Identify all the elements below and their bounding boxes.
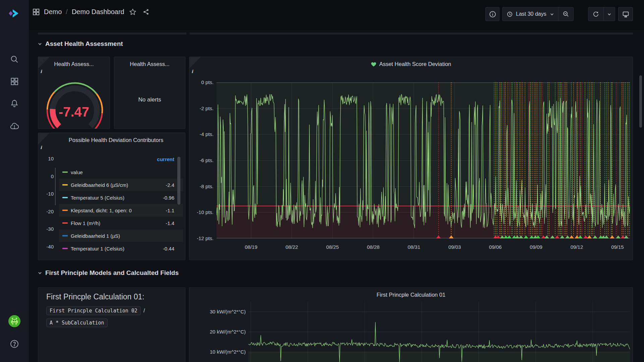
y-tick-label: 0 pts. — [189, 79, 214, 86]
panel-title[interactable]: Asset Health Score Deviation — [201, 61, 621, 67]
series-color-swatch — [62, 171, 68, 173]
series-current-value: -2.4 — [166, 182, 174, 188]
share-icon[interactable] — [142, 8, 150, 15]
series-current-value: -1.4 — [166, 220, 174, 226]
panel-health-contributors[interactable]: i Possible Health Deviation Contributors… — [38, 133, 185, 260]
series-color-swatch — [62, 222, 68, 224]
panel-asset-health-deviation[interactable]: i Asset Health Score Deviation 0 pts.-2 … — [189, 57, 633, 260]
panel-title[interactable]: Health Assess... — [126, 61, 174, 67]
help-icon[interactable] — [0, 337, 29, 351]
legend-row[interactable]: value — [59, 166, 183, 178]
series-label: value — [71, 169, 83, 175]
breadcrumb-section[interactable]: Demo — [44, 8, 62, 16]
top-nav-bar: Demo / Demo Dashboard Last 30 days — [29, 0, 644, 30]
scrolled-panel-edge — [189, 32, 633, 35]
panel-health-alerts[interactable]: Health Assess... No alerts — [114, 57, 185, 129]
grafana-logo[interactable] — [0, 6, 29, 21]
grafana-app: Demo / Demo Dashboard Last 30 days — [0, 0, 644, 362]
legend-scrollbar[interactable] — [177, 157, 180, 205]
series-label: Klepstand, dicht: 1, open: 0 — [71, 208, 132, 213]
dashboards-grid-icon[interactable] — [32, 8, 40, 16]
panel-health-gauge[interactable]: i Health Assess... -7.47 — [38, 57, 110, 129]
formula-denominator-chip: A * SubCalculation — [46, 318, 108, 327]
y-tick-label: -4 pts. — [189, 131, 214, 138]
series-label: Flow 1 (m³/h) — [71, 220, 100, 226]
dashboards-icon[interactable] — [0, 74, 29, 89]
legend-row[interactable]: Temperatuur 1 (Celsius)-0.44 — [59, 242, 183, 255]
y-tick-label: -8 pts. — [189, 183, 214, 190]
series-current-value: -0.96 — [163, 195, 174, 201]
user-avatar[interactable] — [0, 314, 29, 329]
series-label: Temperatuur 5 (Celsius) — [71, 195, 124, 201]
alerts-message: No alerts — [114, 96, 185, 103]
x-tick-label: 09/12 — [564, 244, 590, 250]
legend-row[interactable]: Klepstand, dicht: 1, open: 0-1.1 — [59, 204, 183, 217]
gauge-value: -7.47 — [38, 104, 110, 120]
row-title: First Principle Models and Calcualted Fi… — [45, 269, 179, 277]
refresh-interval-dropdown[interactable] — [603, 7, 615, 21]
legend-row[interactable]: Geleidbaarheid 1 (µS) — [59, 229, 183, 242]
series-color-swatch — [62, 184, 68, 186]
legend-row[interactable]: Geleidbaarheid 6 (µS/cm)-2.4 — [59, 178, 183, 191]
cloud-alert-icon[interactable] — [0, 119, 29, 134]
panel-title-text: Asset Health Score Deviation — [379, 61, 451, 67]
dashboard-info-button[interactable] — [485, 7, 500, 21]
zoom-out-button[interactable] — [558, 7, 573, 21]
scrolled-panel-edge — [38, 32, 186, 35]
y-tick-label: 20 kW/(m^2*°C) — [189, 329, 246, 335]
panel-calc-formula[interactable]: First Princple Calculation 01: First Pri… — [38, 287, 185, 362]
kiosk-tv-button[interactable] — [618, 7, 633, 21]
row-header-first-principle[interactable]: First Principle Models and Calcualted Fi… — [38, 269, 179, 277]
panel-title[interactable]: First Princple Calculation 01 — [201, 292, 621, 298]
series-label: Geleidbaarheid 1 (µS) — [71, 233, 120, 239]
favorite-star-icon[interactable] — [129, 8, 136, 16]
page-scrollbar-thumb[interactable] — [639, 75, 642, 128]
panel-info-corner[interactable]: i — [189, 57, 201, 68]
x-tick-label: 08/22 — [278, 244, 305, 250]
sidebar-nav — [0, 0, 29, 362]
chevron-down-icon — [38, 271, 42, 275]
search-icon[interactable] — [0, 52, 29, 67]
series-legend: valueGeleidbaarheid 6 (µS/cm)-2.4Tempera… — [59, 166, 183, 255]
time-range-picker[interactable]: Last 30 days — [503, 7, 558, 21]
time-series-chart[interactable] — [248, 302, 630, 362]
legend-row[interactable]: Temperatuur 5 (Celsius)-0.96 — [59, 191, 183, 204]
breadcrumb: Demo / Demo Dashboard — [32, 8, 150, 16]
y-tick-label: -12 pts. — [189, 235, 214, 242]
time-series-chart[interactable] — [217, 82, 630, 238]
formula-operator: / — [143, 308, 145, 314]
x-tick-label: 09/09 — [523, 244, 549, 250]
series-label: Temperatuur 1 (Celsius) — [71, 246, 124, 251]
series-color-swatch — [62, 197, 68, 198]
row-header-asset-health[interactable]: Asset Health Assessment — [38, 40, 123, 48]
x-tick-label: 08/31 — [401, 244, 427, 250]
green-heart-icon — [371, 62, 376, 67]
y-tick-label: -6 pts. — [189, 157, 214, 164]
refresh-button[interactable] — [588, 7, 603, 21]
formula-numerator-chip: First Princple Calculation 02 — [46, 306, 141, 315]
breadcrumb-page[interactable]: Demo Dashboard — [72, 8, 124, 16]
x-tick-label: 09/06 — [482, 244, 509, 250]
legend-current-header[interactable]: current — [59, 156, 183, 162]
y-tick-label: -40 — [38, 243, 54, 250]
panel-info-corner[interactable]: i — [38, 133, 50, 144]
y-tick-label: -20 — [38, 208, 54, 215]
y-tick-label: -2 pts. — [189, 105, 214, 112]
time-range-label: Last 30 days — [516, 11, 546, 17]
series-color-swatch — [62, 235, 68, 236]
calc-heading: First Princple Calculation 01: — [46, 292, 144, 301]
alerting-bell-icon[interactable] — [0, 96, 29, 111]
series-current-value: -1.1 — [166, 208, 174, 213]
y-tick-label: 30 kW/(m^2*°C) — [189, 308, 246, 315]
series-current-value: -0.44 — [163, 246, 174, 251]
panel-title[interactable]: Possible Health Deviation Contributors — [50, 137, 182, 143]
row-title: Asset Health Assessment — [45, 40, 123, 48]
legend-row[interactable]: Flow 1 (m³/h)-1.4 — [59, 217, 183, 229]
x-tick-label: 08/19 — [238, 244, 265, 250]
x-tick-label: 09/15 — [604, 244, 631, 250]
y-tick-label: 10 — [38, 155, 54, 162]
panel-calc-chart[interactable]: First Princple Calculation 01 30 kW/(m^2… — [189, 287, 633, 362]
series-color-swatch — [62, 210, 68, 211]
breadcrumb-separator: / — [66, 8, 68, 16]
time-picker-group: Last 30 days — [502, 7, 574, 21]
